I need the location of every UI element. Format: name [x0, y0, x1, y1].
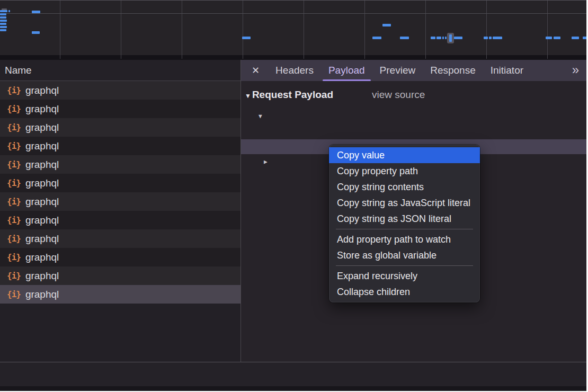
waterfall-bar	[546, 37, 552, 39]
waterfall-bar	[484, 37, 488, 39]
timeline-gridline	[547, 1, 548, 59]
expand-triangle-icon[interactable]: ▶	[264, 155, 268, 169]
overview-gridline-horizontal	[0, 13, 586, 14]
timeline-gridline	[425, 1, 426, 59]
menu-item-expand-recursively[interactable]: Expand recursively	[329, 268, 480, 284]
view-source-link[interactable]: view source	[372, 88, 425, 102]
menu-item-copy-string-as-javascript-literal[interactable]: Copy string as JavaScript literal	[329, 195, 480, 211]
menu-item-copy-string-contents[interactable]: Copy string contents	[329, 179, 480, 195]
json-icon: {i}	[7, 234, 21, 244]
waterfall-bar	[454, 37, 462, 39]
request-name: graphql	[25, 196, 59, 208]
request-row[interactable]: {i}graphql	[0, 285, 240, 304]
requests-panel: Name {i}graphql{i}graphql{i}graphql{i}gr…	[0, 60, 240, 362]
request-row[interactable]: {i}graphql	[0, 137, 240, 155]
tab-preview[interactable]: Preview	[372, 60, 423, 81]
payload-root-row[interactable]: ▼{operationName: "ipFlowTimeseries", var…	[241, 109, 586, 123]
waterfall-bar	[0, 13, 6, 15]
json-icon: {i}	[7, 197, 21, 207]
request-row[interactable]: {i}graphql	[0, 229, 240, 248]
waterfall-bar	[0, 20, 7, 22]
json-icon: {i}	[7, 178, 21, 188]
timeline-gridline	[486, 1, 487, 59]
request-row[interactable]: {i}graphql	[0, 266, 240, 285]
waterfall-bar	[400, 37, 409, 39]
name-column-header[interactable]: Name	[0, 60, 240, 81]
request-row[interactable]: {i}graphql	[0, 118, 240, 137]
close-icon[interactable]: ✕	[252, 65, 260, 76]
request-row[interactable]: {i}graphql	[0, 192, 240, 211]
request-name: graphql	[25, 215, 59, 226]
waterfall-bar	[572, 37, 579, 39]
menu-item-copy-property-path[interactable]: Copy property path	[329, 163, 480, 179]
waterfall-bar	[0, 29, 6, 31]
waterfall-bar	[442, 37, 444, 39]
waterfall-bar	[554, 37, 560, 39]
json-icon: {i}	[7, 159, 21, 170]
context-menu: Copy valueCopy property pathCopy string …	[329, 145, 480, 302]
menu-item-store-as-global-variable[interactable]: Store as global variable	[329, 247, 480, 263]
tab-payload[interactable]: Payload	[321, 60, 372, 81]
bottom-edge-bar	[0, 386, 586, 391]
waterfall-bar	[242, 37, 251, 39]
devtools-panel: Name {i}graphql{i}graphql{i}graphql{i}gr…	[0, 0, 586, 390]
tab-response[interactable]: Response	[423, 60, 483, 81]
more-tabs-icon[interactable]: »	[572, 60, 579, 79]
waterfall-bar	[489, 37, 492, 39]
waterfall-bar	[32, 31, 40, 34]
request-name: graphql	[25, 140, 59, 152]
request-row[interactable]: {i}graphql	[0, 248, 240, 266]
timeline-gridline	[364, 1, 365, 59]
menu-item-copy-value[interactable]: Copy value	[329, 147, 480, 163]
waterfall-bar	[0, 26, 7, 28]
json-icon: {i}	[7, 122, 21, 132]
json-icon: {i}	[7, 271, 21, 281]
tab-initiator[interactable]: Initiator	[483, 60, 531, 81]
menu-divider	[336, 229, 473, 229]
request-row[interactable]: {i}graphql	[0, 100, 240, 118]
timeline-gridline	[121, 1, 121, 59]
json-icon: {i}	[7, 85, 21, 95]
waterfall-bar	[382, 24, 391, 26]
waterfall-bar	[583, 37, 586, 39]
network-overview-timeline[interactable]	[0, 1, 586, 60]
payload-row-operationName[interactable]: operationName: "ipFlowTimeseries"	[241, 123, 586, 138]
status-bar	[0, 362, 586, 386]
request-row[interactable]: {i}graphql	[0, 211, 240, 229]
disclosure-triangle-icon[interactable]: ▼	[245, 92, 251, 100]
request-name: graphql	[25, 122, 59, 133]
detail-tabbar: ✕ HeadersPayloadPreviewResponseInitiator…	[241, 60, 586, 81]
timeline-gridline	[304, 1, 304, 59]
waterfall-bar	[0, 23, 6, 25]
timeline-gridline	[243, 1, 243, 59]
json-icon: {i}	[7, 289, 21, 299]
menu-item-copy-string-as-json-literal[interactable]: Copy string as JSON literal	[329, 211, 480, 227]
request-name: graphql	[25, 103, 59, 115]
waterfall-bar	[445, 37, 447, 39]
menu-divider	[336, 265, 473, 266]
overview-bottom-strip	[0, 55, 586, 60]
menu-item-add-property-path-to-watch[interactable]: Add property path to watch	[329, 231, 480, 247]
request-row[interactable]: {i}graphql	[0, 81, 240, 100]
request-row[interactable]: {i}graphql	[0, 155, 240, 174]
json-icon: {i}	[7, 104, 21, 114]
request-name: graphql	[25, 85, 59, 96]
request-name: graphql	[25, 252, 59, 263]
tab-headers[interactable]: Headers	[268, 60, 321, 81]
json-icon: {i}	[7, 141, 21, 151]
expand-triangle-icon[interactable]: ▼	[259, 109, 262, 123]
request-name: graphql	[25, 233, 59, 245]
json-icon: {i}	[7, 252, 21, 262]
request-name: graphql	[25, 177, 59, 189]
waterfall-bar	[0, 16, 6, 19]
devtools-window: Name {i}graphql{i}graphql{i}graphql{i}gr…	[0, 0, 588, 392]
waterfall-bar	[0, 10, 7, 12]
waterfall-bar	[431, 37, 435, 39]
json-icon: {i}	[7, 215, 21, 225]
request-payload-section[interactable]: ▼Request Payload	[245, 88, 333, 102]
menu-item-collapse-children[interactable]: Collapse children	[329, 284, 480, 300]
request-name: graphql	[25, 159, 59, 171]
request-row[interactable]: {i}graphql	[0, 174, 240, 192]
waterfall-bar	[8, 10, 10, 12]
timeline-gridline	[60, 1, 60, 59]
